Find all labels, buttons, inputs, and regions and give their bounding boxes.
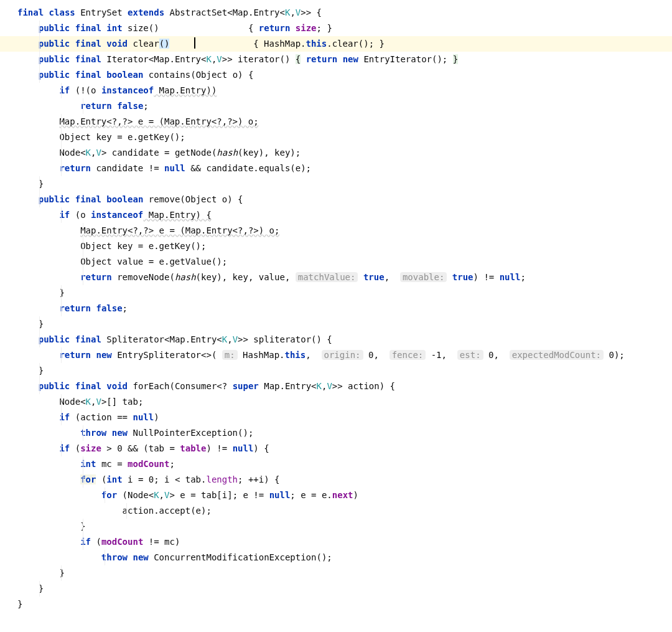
keyword: new	[133, 552, 148, 562]
code-line[interactable]: return new EntrySpliterator<>( m: HashMa…	[0, 347, 672, 363]
keyword: this	[284, 350, 306, 360]
keyword: final	[75, 23, 101, 33]
keyword: public	[39, 23, 70, 33]
keyword: if	[80, 537, 91, 547]
text: ,	[306, 350, 316, 360]
code-line[interactable]: public final boolean remove(Object o) {	[0, 192, 672, 207]
brace: }	[80, 521, 85, 531]
keyword: false	[117, 101, 143, 111]
code-line[interactable]: public final int size() { return size; }	[0, 21, 672, 36]
code-line[interactable]: return removeNode(hash(key), key, value,…	[0, 270, 672, 285]
text: && candidate.equals(e);	[185, 163, 311, 173]
paren: )	[154, 412, 159, 422]
keyword: null	[500, 272, 521, 282]
code-line[interactable]: Object key = e.getKey();	[0, 130, 672, 145]
keyword: new	[96, 350, 111, 360]
keyword: void	[106, 381, 128, 391]
text: >> iterator()	[222, 54, 296, 64]
keyword: if	[59, 85, 70, 95]
code-line[interactable]: if (action == null)	[0, 410, 672, 425]
code-line[interactable]: }	[0, 176, 672, 192]
text: (key), key);	[238, 148, 301, 158]
keyword: return	[59, 303, 91, 313]
text: i = 0; i < tab.	[123, 474, 207, 484]
text: Node<	[59, 148, 85, 158]
text: != mc)	[143, 537, 180, 547]
code-line[interactable]: }	[0, 519, 672, 534]
code-line[interactable]: }	[0, 316, 672, 332]
text: candidate !=	[91, 163, 164, 173]
keyword: instanceof	[101, 85, 154, 95]
text: Object value = e.getValue();	[80, 257, 227, 266]
static-call: hash	[175, 272, 196, 282]
text: forEach(Consumer<?	[128, 381, 233, 391]
keyword: if	[59, 443, 70, 453]
keyword: null	[164, 163, 185, 173]
text-cursor	[194, 37, 195, 49]
code-line[interactable]: return false;	[0, 98, 672, 114]
code-line[interactable]: Node<K,V> candidate = getNode(hash(key),…	[0, 145, 672, 161]
text: 0	[604, 350, 614, 360]
code-line[interactable]: Object value = e.getValue();	[0, 254, 672, 270]
text: Object key = e.getKey();	[59, 132, 185, 142]
code-editor[interactable]: final class EntrySet extends AbstractSet…	[0, 0, 672, 612]
text: -1	[426, 350, 441, 360]
code-line[interactable]: if (!(o instanceof Map.Entry))	[0, 83, 672, 98]
keyword: return	[306, 54, 338, 64]
code-line[interactable]: return candidate != null && candidate.eq…	[0, 161, 672, 176]
code-line[interactable]: }	[0, 363, 672, 379]
code-line[interactable]: public final Spliterator<Map.Entry<K,V>>…	[0, 332, 672, 347]
code-line[interactable]: int mc = modCount;	[0, 456, 672, 472]
keyword-extends: extends	[128, 7, 164, 17]
code-line[interactable]: Node<K,V>[] tab;	[0, 394, 672, 410]
keyword: final	[75, 334, 101, 344]
method-name: size()	[123, 23, 159, 33]
code-line[interactable]: Map.Entry<?,?> e = (Map.Entry<?,?>) o;	[0, 223, 672, 238]
text: Map.Entry<?,?> e = (Map.Entry<?,?>) o;	[59, 116, 258, 126]
keyword-for: for	[101, 490, 117, 500]
generic-K: K	[86, 397, 91, 407]
code-line[interactable]: Map.Entry<?,?> e = (Map.Entry<?,?>) o;	[0, 114, 672, 130]
text: >[] tab;	[101, 397, 143, 407]
code-line[interactable]: public final Iterator<Map.Entry<K,V>> it…	[0, 52, 672, 67]
brace: }	[59, 568, 64, 578]
text: Spliterator<Map.Entry<	[101, 334, 222, 344]
angle: <	[227, 7, 232, 17]
code-line-highlighted[interactable]: public final void clear() { HashMap.this…	[0, 36, 672, 52]
code-line[interactable]: if (o instanceof Map.Entry) {	[0, 207, 672, 223]
code-line[interactable]: }	[0, 285, 672, 301]
code-line[interactable]: }	[0, 597, 672, 612]
code-line[interactable]: throw new NullPointerException();	[0, 425, 672, 441]
keyword: int	[80, 459, 96, 469]
comma: ,	[159, 490, 164, 500]
text: NullPointerException();	[128, 428, 253, 438]
param-hint: expectedModCount:	[510, 350, 604, 360]
code-line[interactable]: Object key = e.getKey();	[0, 238, 672, 254]
generic-V: V	[96, 148, 101, 158]
text: ConcurrentModificationException();	[149, 552, 332, 562]
code-line[interactable]: action.accept(e);	[0, 503, 672, 519]
keyword-class: class	[49, 7, 75, 17]
comma: ,	[385, 272, 395, 282]
text: (Node<	[117, 490, 154, 500]
pad	[159, 23, 248, 33]
code-line[interactable]: throw new ConcurrentModificationExceptio…	[0, 550, 672, 565]
field-modcount: modCount	[128, 459, 169, 469]
code-line[interactable]: for (int i = 0; i < tab.length; ++i) {	[0, 472, 672, 488]
type: AbstractSet	[170, 7, 228, 17]
keyword: null	[233, 443, 254, 453]
code-line[interactable]: public final boolean contains(Object o) …	[0, 67, 672, 83]
generic-K: K	[154, 490, 159, 500]
keyword: if	[59, 210, 70, 220]
keyword: final	[75, 54, 101, 64]
code-line[interactable]: if (modCount != mc)	[0, 534, 672, 550]
code-line[interactable]: final class EntrySet extends AbstractSet…	[0, 5, 672, 21]
brace: {	[296, 54, 301, 64]
code-line[interactable]: return false;	[0, 301, 672, 316]
code-line[interactable]: for (Node<K,V> e = tab[i]; e != null; e …	[0, 488, 672, 503]
code-line[interactable]: }	[0, 565, 672, 581]
code-line[interactable]: }	[0, 581, 672, 597]
code-line[interactable]: public final void forEach(Consumer<? sup…	[0, 379, 672, 394]
keyword: final	[75, 381, 101, 391]
code-line[interactable]: if (size > 0 && (tab = table) != null) {	[0, 441, 672, 456]
